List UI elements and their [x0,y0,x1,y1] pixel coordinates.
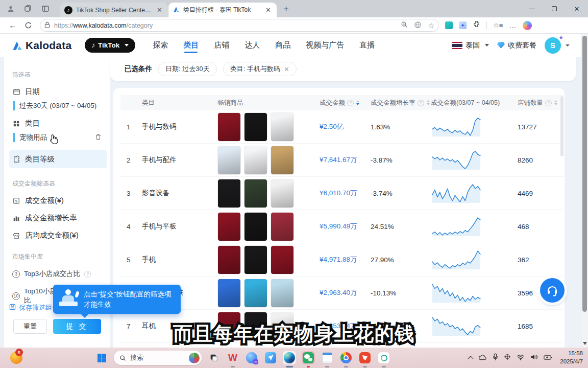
product-thumbnails[interactable] [217,179,320,208]
profile-icon[interactable] [6,4,15,13]
page-scrollbar[interactable] [581,34,588,348]
window-minimize-button[interactable] [521,0,543,17]
microphone-icon[interactable] [493,353,498,363]
taskbar-search[interactable]: 搜索 [114,351,202,365]
product-image[interactable] [271,112,294,142]
tab-close-icon[interactable]: ✕ [264,6,273,14]
window-restore-button[interactable] [543,0,566,17]
favorites-bar-icon[interactable]: ☆≡ [493,21,503,29]
refresh-button[interactable] [20,19,36,32]
table-row[interactable]: 4手机与平板¥5,990.49万24.51%468 [120,210,564,243]
platform-selector[interactable]: ♪ TikTok [85,38,135,53]
product-image[interactable] [244,112,267,142]
scrollbar-down-arrow[interactable] [583,342,587,345]
category-name[interactable]: 影音设备 [142,189,217,198]
nav-item-探索[interactable]: 探索 [153,34,168,56]
sort-asc-icon[interactable] [356,100,359,102]
window-close-button[interactable]: ✕ [566,0,588,17]
taskbar-app-wechat[interactable] [302,351,315,364]
condition-chip[interactable]: 日期: 过去30天 [158,62,217,76]
save-filter-link[interactable]: 保存筛选组合 [9,303,59,312]
column-header-成交金额[interactable]: 成交金额? [320,99,371,107]
filter-Top3小店成交占比[interactable]: 3Top3小店成交占比? [12,269,103,279]
zoom-out-icon[interactable] [401,21,408,30]
table-row[interactable]: 5手机¥4,971.88万27.90%362 [120,243,564,277]
product-thumbnails[interactable] [217,146,320,175]
taskbar-app-wps[interactable]: W [226,351,239,364]
table-row[interactable]: 1手机与数码¥2.50亿1.63%13727 [120,110,564,144]
taskbar-app-jianying[interactable] [358,351,372,364]
help-icon[interactable]: ? [84,271,91,278]
address-bar[interactable]: https://www.kalodata.com/category ☆ [40,19,439,32]
taskbar-app-edge[interactable] [283,351,296,364]
product-image[interactable] [217,212,241,241]
copilot-icon[interactable] [523,21,532,30]
info-icon[interactable]: ? [347,100,354,106]
favorite-star-icon[interactable]: ☆ [428,21,434,30]
customer-service-button[interactable] [540,278,565,303]
sort-desc-icon[interactable] [554,103,557,105]
filter-成交金额(¥)[interactable]: $成交金额(¥) [12,196,103,205]
chip-close-icon[interactable]: ✕ [284,65,289,73]
product-image[interactable] [244,146,267,175]
extension-bird-icon[interactable]: ✦ [459,21,467,29]
task-view-button[interactable] [207,351,220,364]
product-image[interactable] [271,212,294,241]
nav-item-视频与广告[interactable]: 视频与广告 [306,34,344,56]
onedrive-cloud-icon[interactable] [478,353,487,362]
taskbar-app-bird[interactable] [264,351,277,364]
scrollbar-thumb[interactable] [582,36,587,312]
tab-tiktok-seller-center[interactable]: ♪ TikTok Shop Seller Center | Cross ✕ [60,3,168,17]
nav-item-店铺[interactable]: 店铺 [214,34,229,56]
sort-icons[interactable] [554,100,557,105]
filter-date-value[interactable]: 过去30天 (03/07 ~ 04/05) [13,101,103,110]
product-image[interactable] [217,179,241,208]
table-scrollbar-thumb[interactable] [560,96,564,156]
product-thumbnails[interactable] [217,112,320,142]
taskbar-app-security[interactable]: 5 [10,352,22,364]
sort-desc-icon[interactable] [427,103,430,105]
filter-成交金额增长率[interactable]: 成交金额增长率 [12,213,103,223]
filter-category-level[interactable]: 类目等级 [9,150,107,168]
tab-kalodata-category[interactable]: 类目排行榜 - 泰国 TikTok ✕ [168,3,277,17]
taskbar-app-chrome[interactable] [339,351,353,364]
product-thumbnails[interactable] [217,279,320,308]
avatar[interactable]: S★ [545,37,561,54]
nav-item-商品[interactable]: 商品 [275,34,290,56]
nav-item-达人[interactable]: 达人 [244,34,260,56]
tab-actions-icon[interactable] [41,4,50,13]
sort-asc-icon[interactable] [554,100,557,102]
kalodata-logo[interactable]: Kalodata [11,39,71,52]
column-header-店铺数量[interactable]: 店铺数量? [518,99,558,107]
remote-control-icon[interactable] [504,353,511,362]
start-button[interactable] [95,351,108,364]
product-thumbnails[interactable] [217,212,320,241]
battery-icon[interactable] [544,353,552,362]
category-name[interactable]: 手机与平板 [142,222,217,231]
product-image[interactable] [217,146,241,175]
tray-overflow-icon[interactable] [468,356,474,361]
translate-icon[interactable] [414,21,422,30]
filter-date[interactable]: 日期 [12,87,103,97]
sort-desc-icon[interactable] [356,103,359,105]
product-image[interactable] [244,179,267,208]
submit-button[interactable]: 提 交 [53,319,101,334]
product-image[interactable] [271,146,294,175]
more-options-icon[interactable]: … [509,21,517,30]
tab-close-icon[interactable]: ✕ [155,6,164,14]
product-thumbnails[interactable] [217,245,320,274]
volume-icon[interactable] [530,353,538,362]
product-image[interactable] [271,245,294,274]
product-image[interactable] [217,279,241,308]
trash-icon[interactable] [95,133,102,142]
taskbar-app-quark[interactable]: AI [245,351,258,364]
region-selector[interactable]: 泰国 [452,41,489,50]
column-header-成交金额增长率[interactable]: 成交金额增长率? [371,99,431,107]
product-image[interactable] [244,279,267,308]
info-icon[interactable]: ? [418,100,424,106]
sort-asc-icon[interactable] [427,100,430,102]
wifi-icon[interactable] [517,353,525,362]
product-image[interactable] [244,245,267,274]
new-tab-button[interactable]: ＋ [282,3,290,14]
search-highlight-image[interactable] [189,353,200,363]
